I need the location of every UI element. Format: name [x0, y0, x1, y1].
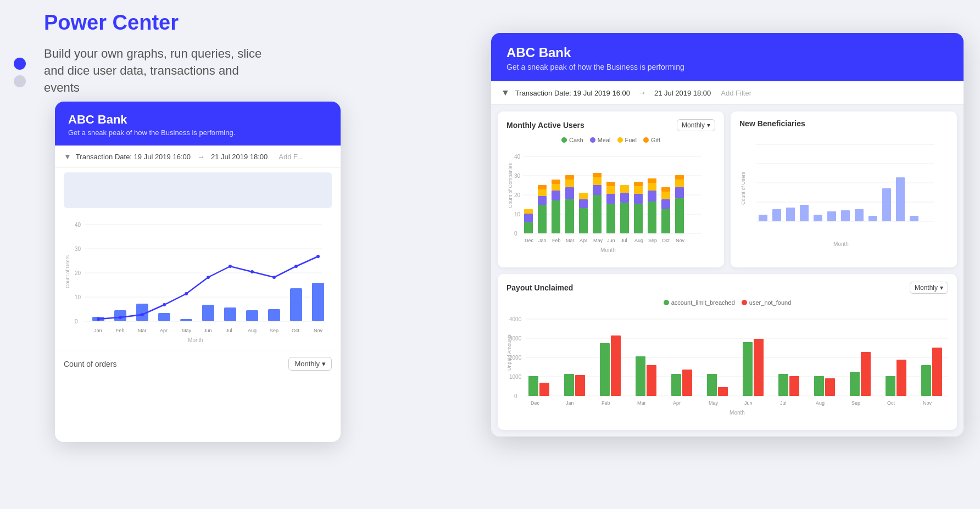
svg-rect-58 — [524, 209, 533, 214]
svg-rect-14 — [180, 319, 192, 321]
filter-funnel-icon: ▼ — [501, 88, 510, 98]
svg-text:Count of Users: Count of Users — [740, 171, 746, 205]
svg-point-23 — [141, 313, 144, 316]
dashboard-add-filter[interactable]: Add Filter — [721, 89, 751, 97]
svg-text:40: 40 — [514, 154, 521, 160]
svg-rect-61 — [538, 189, 547, 196]
svg-rect-166 — [921, 365, 931, 396]
svg-text:Count of Users: Count of Users — [65, 255, 70, 288]
dot-gray — [14, 75, 26, 87]
svg-rect-129 — [882, 188, 891, 221]
background-card: ABC Bank Get a sneak peak of how the Bus… — [55, 102, 341, 442]
payout-unclaimed-header: Payout Unclaimed Monthly ▾ — [506, 282, 948, 294]
bg-bank-name: ABC Bank — [68, 113, 327, 127]
svg-rect-78 — [606, 204, 615, 233]
svg-rect-89 — [648, 202, 656, 233]
svg-text:Dec: Dec — [525, 238, 534, 243]
svg-rect-130 — [896, 177, 905, 221]
dashboard-bank-name: ABC Bank — [506, 45, 948, 60]
svg-rect-98 — [675, 187, 684, 198]
svg-rect-162 — [850, 372, 860, 396]
svg-text:Aug: Aug — [248, 328, 257, 333]
dashboard-header: ABC Bank Get a sneak peak of how the Bus… — [491, 33, 964, 81]
legend-gift-dot — [643, 137, 649, 143]
svg-rect-121 — [772, 209, 781, 221]
svg-rect-70 — [565, 175, 574, 180]
svg-rect-72 — [579, 199, 588, 208]
svg-rect-20 — [312, 283, 324, 321]
bg-card-header: ABC Bank Get a sneak peak of how the Bus… — [55, 102, 341, 146]
new-beneficiaries-chart: Count of Users — [739, 133, 948, 256]
svg-rect-83 — [620, 193, 629, 203]
svg-text:30: 30 — [75, 246, 81, 252]
count-orders-row: Count of orders Monthly ▾ — [55, 350, 341, 377]
svg-text:40: 40 — [75, 222, 81, 228]
svg-text:Nov: Nov — [923, 400, 932, 406]
bg-add-filter[interactable]: Add F... — [279, 153, 303, 161]
svg-rect-56 — [524, 222, 533, 233]
svg-point-26 — [207, 276, 210, 279]
svg-rect-144 — [528, 376, 538, 396]
svg-rect-92 — [648, 178, 656, 183]
svg-rect-75 — [593, 185, 602, 195]
svg-rect-123 — [800, 205, 809, 221]
svg-rect-19 — [290, 288, 302, 321]
count-orders-label: Count of orders — [64, 360, 117, 368]
svg-text:Oct: Oct — [292, 328, 300, 333]
svg-rect-158 — [778, 374, 788, 396]
svg-text:Jun: Jun — [744, 400, 753, 406]
svg-rect-87 — [634, 186, 643, 194]
monthly-active-users-select[interactable]: Monthly ▾ — [677, 119, 715, 131]
svg-text:Month: Month — [730, 410, 745, 416]
legend-meal-dot — [590, 137, 595, 143]
svg-point-29 — [272, 276, 276, 279]
svg-text:Jun: Jun — [607, 238, 615, 243]
svg-rect-69 — [565, 180, 574, 187]
svg-rect-146 — [564, 374, 574, 396]
monthly-active-users-card: Monthly Active Users Monthly ▾ Cash Meal — [498, 111, 724, 267]
svg-rect-149 — [611, 335, 621, 396]
svg-rect-96 — [661, 187, 670, 192]
svg-rect-145 — [539, 383, 549, 396]
svg-rect-148 — [600, 343, 610, 396]
svg-text:1000: 1000 — [509, 374, 522, 380]
svg-point-22 — [119, 316, 122, 319]
svg-text:Apr: Apr — [673, 400, 681, 406]
svg-text:30: 30 — [514, 173, 521, 179]
svg-rect-66 — [552, 180, 560, 184]
svg-text:Jan: Jan — [538, 238, 547, 243]
main-dashboard: ABC Bank Get a sneak peak of how the Bus… — [491, 33, 964, 437]
svg-text:Jan: Jan — [566, 400, 574, 406]
svg-rect-85 — [634, 204, 643, 233]
monthly-active-users-legend: Cash Meal Fuel Gift — [506, 137, 715, 143]
svg-rect-15 — [202, 305, 214, 321]
svg-rect-164 — [886, 376, 895, 396]
svg-rect-125 — [827, 211, 836, 221]
payout-unclaimed-select[interactable]: Monthly ▾ — [910, 282, 948, 294]
svg-text:Count of Companies: Count of Companies — [508, 163, 513, 208]
svg-text:0: 0 — [514, 393, 517, 399]
legend-account-limit: account_limit_breached — [664, 299, 735, 306]
svg-point-31 — [316, 255, 320, 258]
svg-text:Feb: Feb — [602, 400, 610, 406]
svg-point-21 — [97, 317, 100, 321]
svg-rect-157 — [754, 339, 764, 396]
svg-rect-126 — [841, 210, 850, 221]
svg-text:Unpaid Amounts: Unpaid Amounts — [506, 334, 512, 371]
svg-rect-60 — [538, 196, 547, 205]
bg-bank-subtitle: Get a sneak peak of how the Business is … — [68, 128, 327, 137]
legend-fuel: Fuel — [617, 137, 637, 143]
legend-fuel-label: Fuel — [625, 137, 637, 143]
payout-unclaimed-card: Payout Unclaimed Monthly ▾ account_limit… — [498, 274, 957, 430]
svg-rect-120 — [759, 215, 767, 221]
svg-rect-62 — [538, 185, 547, 189]
svg-text:Mar: Mar — [637, 400, 646, 406]
svg-text:May: May — [709, 400, 719, 406]
svg-text:20: 20 — [75, 270, 81, 276]
svg-rect-165 — [897, 360, 906, 396]
bg-monthly-select[interactable]: Monthly ▾ — [288, 357, 332, 371]
svg-rect-97 — [675, 198, 684, 233]
svg-text:Apr: Apr — [580, 238, 587, 243]
svg-rect-94 — [661, 199, 670, 209]
svg-rect-68 — [565, 187, 574, 199]
